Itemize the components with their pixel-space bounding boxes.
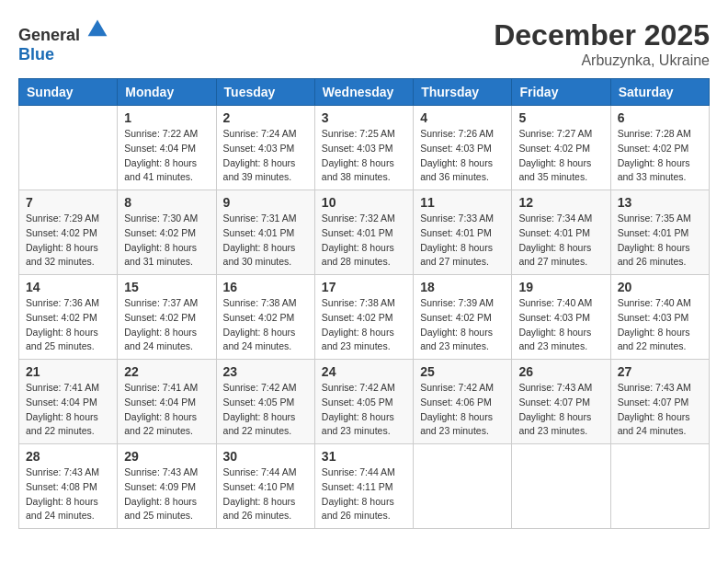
title-section: December 2025 Arbuzynka, Ukraine: [494, 18, 710, 69]
weekday-header-tuesday: Tuesday: [216, 79, 314, 106]
logo-text: General Blue: [18, 18, 108, 64]
calendar-cell: 10Sunrise: 7:32 AM Sunset: 4:01 PM Dayli…: [314, 190, 413, 275]
page-header: General Blue December 2025 Arbuzynka, Uk…: [18, 18, 710, 69]
weekday-header-sunday: Sunday: [19, 79, 118, 106]
calendar-week-3: 14Sunrise: 7:36 AM Sunset: 4:02 PM Dayli…: [19, 275, 710, 360]
calendar-week-5: 28Sunrise: 7:43 AM Sunset: 4:08 PM Dayli…: [19, 444, 710, 529]
day-number: 29: [124, 449, 209, 464]
day-info: Sunrise: 7:38 AM Sunset: 4:02 PM Dayligh…: [223, 296, 308, 354]
day-number: 12: [518, 195, 603, 210]
calendar-cell: 5Sunrise: 7:27 AM Sunset: 4:02 PM Daylig…: [512, 106, 610, 190]
day-number: 14: [26, 280, 110, 294]
calendar-cell: 13Sunrise: 7:35 AM Sunset: 4:01 PM Dayli…: [610, 190, 709, 275]
day-number: 26: [518, 364, 603, 379]
day-info: Sunrise: 7:43 AM Sunset: 4:09 PM Dayligh…: [124, 465, 209, 523]
svg-marker-0: [87, 20, 107, 37]
day-info: Sunrise: 7:43 AM Sunset: 4:07 PM Dayligh…: [618, 381, 702, 439]
calendar-cell: 25Sunrise: 7:42 AM Sunset: 4:06 PM Dayli…: [414, 360, 512, 444]
day-number: 3: [322, 110, 406, 125]
day-number: 31: [322, 449, 406, 464]
day-number: 17: [322, 280, 406, 294]
calendar-cell: 30Sunrise: 7:44 AM Sunset: 4:10 PM Dayli…: [216, 444, 314, 529]
calendar-cell: 1Sunrise: 7:22 AM Sunset: 4:04 PM Daylig…: [118, 106, 216, 190]
calendar-cell: 29Sunrise: 7:43 AM Sunset: 4:09 PM Dayli…: [118, 444, 216, 529]
weekday-header-row: SundayMondayTuesdayWednesdayThursdayFrid…: [19, 79, 710, 106]
day-number: 15: [124, 280, 209, 294]
calendar-cell: 31Sunrise: 7:44 AM Sunset: 4:11 PM Dayli…: [314, 444, 413, 529]
calendar-cell: 17Sunrise: 7:38 AM Sunset: 4:02 PM Dayli…: [314, 275, 413, 360]
calendar-cell: 22Sunrise: 7:41 AM Sunset: 4:04 PM Dayli…: [118, 360, 216, 444]
day-info: Sunrise: 7:24 AM Sunset: 4:03 PM Dayligh…: [223, 127, 308, 185]
calendar-cell: 3Sunrise: 7:25 AM Sunset: 4:03 PM Daylig…: [314, 106, 413, 190]
day-number: 10: [322, 195, 406, 210]
calendar-cell: 12Sunrise: 7:34 AM Sunset: 4:01 PM Dayli…: [512, 190, 610, 275]
day-info: Sunrise: 7:30 AM Sunset: 4:02 PM Dayligh…: [124, 212, 209, 270]
logo-general: General: [18, 26, 80, 44]
location: Arbuzynka, Ukraine: [494, 52, 710, 69]
day-info: Sunrise: 7:41 AM Sunset: 4:04 PM Dayligh…: [26, 381, 110, 439]
day-number: 6: [618, 110, 702, 125]
day-number: 22: [124, 364, 209, 379]
day-number: 21: [26, 364, 110, 379]
day-number: 5: [518, 110, 603, 125]
day-number: 24: [322, 364, 406, 379]
day-info: Sunrise: 7:25 AM Sunset: 4:03 PM Dayligh…: [322, 127, 406, 185]
calendar-cell: [610, 444, 709, 529]
calendar-cell: 15Sunrise: 7:37 AM Sunset: 4:02 PM Dayli…: [118, 275, 216, 360]
day-info: Sunrise: 7:31 AM Sunset: 4:01 PM Dayligh…: [223, 212, 308, 270]
day-number: 2: [223, 110, 308, 125]
day-number: 4: [420, 110, 505, 125]
calendar-cell: 19Sunrise: 7:40 AM Sunset: 4:03 PM Dayli…: [512, 275, 610, 360]
day-info: Sunrise: 7:28 AM Sunset: 4:02 PM Dayligh…: [618, 127, 702, 185]
logo-icon: [86, 18, 108, 40]
day-info: Sunrise: 7:36 AM Sunset: 4:02 PM Dayligh…: [26, 296, 110, 354]
calendar-cell: 4Sunrise: 7:26 AM Sunset: 4:03 PM Daylig…: [414, 106, 512, 190]
day-info: Sunrise: 7:42 AM Sunset: 4:05 PM Dayligh…: [322, 381, 406, 439]
calendar-cell: 9Sunrise: 7:31 AM Sunset: 4:01 PM Daylig…: [216, 190, 314, 275]
day-number: 19: [518, 280, 603, 294]
calendar-cell: [512, 444, 610, 529]
day-info: Sunrise: 7:43 AM Sunset: 4:08 PM Dayligh…: [26, 465, 110, 523]
day-info: Sunrise: 7:39 AM Sunset: 4:02 PM Dayligh…: [420, 296, 505, 354]
day-info: Sunrise: 7:43 AM Sunset: 4:07 PM Dayligh…: [518, 381, 603, 439]
calendar-cell: 23Sunrise: 7:42 AM Sunset: 4:05 PM Dayli…: [216, 360, 314, 444]
day-number: 18: [420, 280, 505, 294]
calendar-cell: 8Sunrise: 7:30 AM Sunset: 4:02 PM Daylig…: [118, 190, 216, 275]
calendar-cell: 20Sunrise: 7:40 AM Sunset: 4:03 PM Dayli…: [610, 275, 709, 360]
calendar-cell: 27Sunrise: 7:43 AM Sunset: 4:07 PM Dayli…: [610, 360, 709, 444]
weekday-header-monday: Monday: [118, 79, 216, 106]
calendar-week-4: 21Sunrise: 7:41 AM Sunset: 4:04 PM Dayli…: [19, 360, 710, 444]
day-info: Sunrise: 7:29 AM Sunset: 4:02 PM Dayligh…: [26, 212, 110, 270]
logo-blue: Blue: [18, 45, 54, 63]
day-number: 30: [223, 449, 308, 464]
day-info: Sunrise: 7:44 AM Sunset: 4:10 PM Dayligh…: [223, 465, 308, 523]
day-number: 9: [223, 195, 308, 210]
calendar-cell: 2Sunrise: 7:24 AM Sunset: 4:03 PM Daylig…: [216, 106, 314, 190]
calendar-cell: [19, 106, 118, 190]
calendar-week-1: 1Sunrise: 7:22 AM Sunset: 4:04 PM Daylig…: [19, 106, 710, 190]
calendar-cell: 28Sunrise: 7:43 AM Sunset: 4:08 PM Dayli…: [19, 444, 118, 529]
calendar-cell: 6Sunrise: 7:28 AM Sunset: 4:02 PM Daylig…: [610, 106, 709, 190]
day-info: Sunrise: 7:32 AM Sunset: 4:01 PM Dayligh…: [322, 212, 406, 270]
day-info: Sunrise: 7:42 AM Sunset: 4:05 PM Dayligh…: [223, 381, 308, 439]
weekday-header-thursday: Thursday: [414, 79, 512, 106]
day-number: 25: [420, 364, 505, 379]
day-number: 13: [618, 195, 702, 210]
day-number: 11: [420, 195, 505, 210]
calendar-cell: 18Sunrise: 7:39 AM Sunset: 4:02 PM Dayli…: [414, 275, 512, 360]
day-info: Sunrise: 7:37 AM Sunset: 4:02 PM Dayligh…: [124, 296, 209, 354]
day-info: Sunrise: 7:38 AM Sunset: 4:02 PM Dayligh…: [322, 296, 406, 354]
day-number: 1: [124, 110, 209, 125]
day-number: 7: [26, 195, 110, 210]
calendar-week-2: 7Sunrise: 7:29 AM Sunset: 4:02 PM Daylig…: [19, 190, 710, 275]
calendar-cell: [414, 444, 512, 529]
day-info: Sunrise: 7:40 AM Sunset: 4:03 PM Dayligh…: [518, 296, 603, 354]
day-number: 8: [124, 195, 209, 210]
day-info: Sunrise: 7:41 AM Sunset: 4:04 PM Dayligh…: [124, 381, 209, 439]
day-info: Sunrise: 7:26 AM Sunset: 4:03 PM Dayligh…: [420, 127, 505, 185]
day-info: Sunrise: 7:35 AM Sunset: 4:01 PM Dayligh…: [618, 212, 702, 270]
day-info: Sunrise: 7:33 AM Sunset: 4:01 PM Dayligh…: [420, 212, 505, 270]
weekday-header-saturday: Saturday: [610, 79, 709, 106]
calendar-cell: 26Sunrise: 7:43 AM Sunset: 4:07 PM Dayli…: [512, 360, 610, 444]
calendar-cell: 14Sunrise: 7:36 AM Sunset: 4:02 PM Dayli…: [19, 275, 118, 360]
